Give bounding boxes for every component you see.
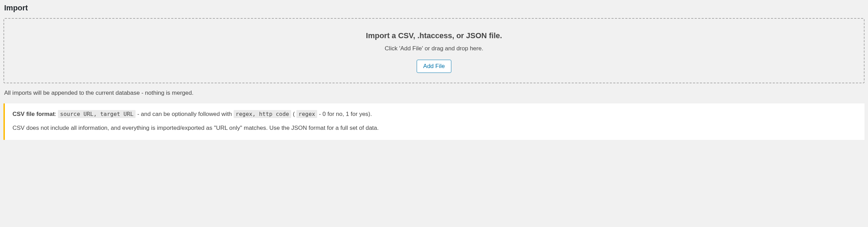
csv-format-line: CSV file format: source URL, target URL … — [12, 110, 857, 119]
csv-format-label: CSV file format — [12, 111, 55, 117]
paren-close: - 0 for no, 1 for yes). — [317, 111, 372, 117]
dropzone-instruction: Click 'Add File' or drag and drop here. — [11, 45, 857, 52]
csv-format-code-regex: regex — [296, 110, 317, 118]
csv-format-code-optional: regex, http code — [234, 110, 291, 118]
csv-note-line: CSV does not include all information, an… — [12, 124, 857, 133]
csv-format-code-main: source URL, target URL — [58, 110, 136, 118]
append-note: All imports will be appended to the curr… — [3, 90, 865, 96]
file-dropzone[interactable]: Import a CSV, .htaccess, or JSON file. C… — [3, 18, 865, 83]
paren-open: ( — [291, 111, 296, 117]
dropzone-heading: Import a CSV, .htaccess, or JSON file. — [11, 31, 857, 40]
csv-text-after1: - and can be optionally followed with — [136, 111, 234, 117]
colon: : — [55, 111, 58, 117]
csv-format-notice: CSV file format: source URL, target URL … — [3, 103, 865, 140]
page-title: Import — [3, 3, 865, 12]
add-file-button[interactable]: Add File — [417, 60, 451, 73]
